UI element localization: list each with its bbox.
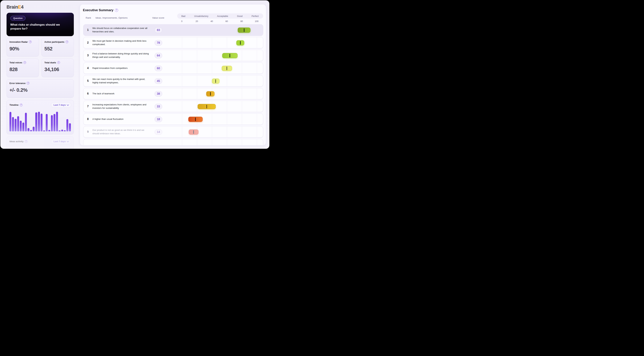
median-line bbox=[195, 118, 196, 121]
brand-prefix: Brain bbox=[6, 5, 18, 10]
bar bbox=[28, 128, 30, 132]
bar bbox=[30, 130, 32, 131]
gridline bbox=[242, 101, 242, 112]
bar bbox=[35, 112, 37, 132]
table-row[interactable]: 6The lack of teamwork38 bbox=[83, 88, 263, 99]
value-score-badge: 64 bbox=[155, 53, 162, 58]
row-idea-text: Find a balance between doing things quic… bbox=[92, 50, 152, 61]
executive-summary-panel: Executive Summary ? BadUnsatisfactoryAcc… bbox=[80, 4, 266, 145]
gridline bbox=[242, 76, 242, 86]
ideas-activity-card: Ideas activity ? Last 7 days bbox=[6, 136, 74, 149]
help-icon[interactable]: ? bbox=[66, 41, 68, 43]
gridline bbox=[257, 50, 257, 61]
row-rank: 4 bbox=[85, 63, 91, 74]
ideas-activity-label: Ideas activity bbox=[10, 140, 24, 143]
bar bbox=[54, 114, 56, 131]
help-icon[interactable]: ? bbox=[57, 61, 60, 64]
scale-label: Bad bbox=[181, 15, 185, 17]
row-idea-text: Increasing expectations from clients, em… bbox=[92, 101, 152, 112]
bar bbox=[25, 113, 27, 131]
help-icon[interactable]: ? bbox=[29, 41, 32, 43]
help-icon[interactable]: ? bbox=[27, 82, 30, 85]
column-header-rank: Rank bbox=[86, 17, 91, 19]
timeline-card: Timeline ? Last 7 days bbox=[6, 100, 74, 134]
gridline bbox=[242, 63, 242, 74]
table-row[interactable]: 8A higher than usual fluctuation18 bbox=[83, 113, 263, 125]
stat-value: 34,106 bbox=[44, 67, 71, 72]
median-line bbox=[210, 92, 211, 96]
stat-value: 90% bbox=[10, 46, 36, 52]
row-rank: 7 bbox=[85, 101, 91, 112]
table-row[interactable]: 9Our product is not as good as we think … bbox=[83, 126, 263, 138]
gridline bbox=[257, 88, 257, 99]
value-score-badge: 83 bbox=[155, 27, 162, 33]
table-row[interactable]: 7Increasing expectations from clients, e… bbox=[83, 101, 263, 112]
bar bbox=[48, 130, 50, 131]
value-score-badge: 60 bbox=[155, 66, 162, 71]
gridline bbox=[182, 101, 182, 112]
row-rank: 9 bbox=[85, 126, 91, 137]
bar bbox=[20, 121, 22, 131]
scale-label: Good bbox=[237, 15, 242, 17]
row-idea-text: A higher than usual fluctuation bbox=[92, 114, 152, 125]
table-row[interactable]: 3Find a balance between doing things qui… bbox=[83, 50, 263, 61]
bar bbox=[46, 114, 48, 131]
median-line bbox=[230, 54, 230, 58]
stat-card-error-tolerance: Error tolerance ? +/- 0.2% bbox=[6, 79, 74, 98]
help-icon[interactable]: ? bbox=[25, 140, 28, 143]
gridline bbox=[182, 50, 182, 61]
bar bbox=[38, 112, 40, 131]
column-header-value-score: Value score bbox=[149, 17, 168, 19]
bar bbox=[17, 116, 19, 131]
table-row[interactable]: 5We can react more quickly to the market… bbox=[83, 75, 263, 87]
summary-rows: 1We should focus on collaborative cooper… bbox=[83, 24, 263, 145]
bar bbox=[64, 130, 66, 132]
table-row[interactable]: 2We must get faster in decision making a… bbox=[83, 37, 263, 48]
gridline bbox=[257, 63, 257, 74]
axis-tick: 40 bbox=[210, 20, 213, 23]
value-score-badge: 14 bbox=[155, 129, 162, 135]
stat-card-innovation-radar: Innovation Radar ? 90% bbox=[6, 38, 39, 57]
help-icon[interactable]: ? bbox=[20, 104, 22, 106]
help-icon[interactable]: ? bbox=[24, 61, 26, 64]
median-line bbox=[226, 67, 227, 70]
bar bbox=[12, 117, 14, 131]
bar bbox=[56, 112, 58, 131]
row-rank: 5 bbox=[85, 75, 91, 86]
bar bbox=[22, 123, 24, 131]
scale-label: Unsatisfactory bbox=[194, 15, 208, 17]
gridline bbox=[257, 101, 257, 112]
brand-accent: E bbox=[18, 5, 21, 10]
axis-tick: 60 bbox=[226, 20, 228, 23]
scale-label: Perfect bbox=[252, 15, 258, 17]
score-range-pill bbox=[206, 91, 214, 96]
help-icon[interactable]: ? bbox=[115, 9, 118, 12]
bar bbox=[14, 119, 16, 131]
table-row[interactable]: 1We should focus on collaborative cooper… bbox=[83, 24, 263, 36]
gridline bbox=[182, 114, 182, 124]
gridline bbox=[182, 37, 182, 48]
row-idea-text: Rapid innovation from competitors bbox=[92, 63, 152, 74]
gridline bbox=[182, 127, 182, 137]
table-row[interactable] bbox=[83, 139, 263, 145]
median-line bbox=[206, 105, 207, 109]
median-line bbox=[193, 130, 194, 134]
stat-label: Active participants bbox=[44, 41, 64, 43]
ideas-activity-range-dropdown[interactable]: Last 7 days bbox=[51, 139, 71, 144]
score-range-pill bbox=[236, 40, 244, 46]
stat-label: Total duels bbox=[44, 61, 56, 64]
gridline bbox=[242, 127, 242, 137]
gridline bbox=[182, 76, 182, 86]
bar bbox=[61, 130, 63, 131]
timeline-range-dropdown[interactable]: Last 7 days bbox=[51, 102, 71, 108]
stat-value: 828 bbox=[10, 67, 36, 72]
timeline-bar-chart bbox=[10, 109, 71, 131]
table-row[interactable]: 4Rapid innovation from competitors60 bbox=[83, 63, 263, 74]
gridline bbox=[182, 88, 182, 99]
scale-label: Acceptable bbox=[217, 15, 228, 17]
row-idea-text: We should focus on collaborative coopera… bbox=[92, 25, 152, 36]
gridline bbox=[182, 139, 182, 145]
brand-suffix: 4 bbox=[21, 5, 24, 10]
row-idea-text: We can react more quickly to the market … bbox=[92, 75, 152, 86]
bar bbox=[51, 115, 53, 131]
